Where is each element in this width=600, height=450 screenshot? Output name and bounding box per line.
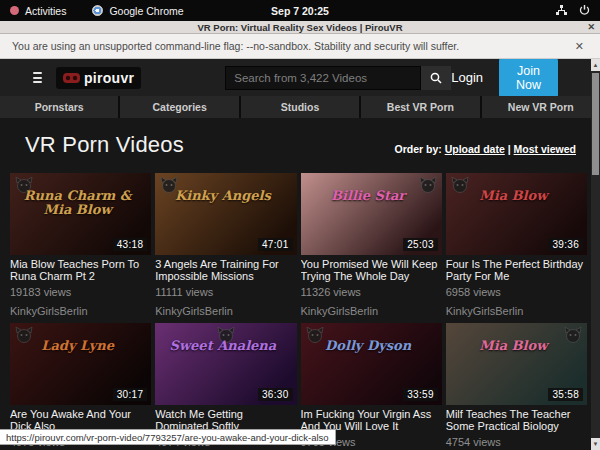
video-card[interactable]: Runa Charm & Mia Blow 43:18 Mia Blow Tea… xyxy=(10,173,151,317)
video-title-link[interactable]: Four Is The Perfect Birthday Party For M… xyxy=(446,258,587,282)
video-title-link[interactable]: Milf Teaches The Teacher Some Practical … xyxy=(446,408,587,432)
video-duration-badge: 33:59 xyxy=(403,388,438,401)
thumbnail-overlay-text: Mia Blow xyxy=(446,339,581,353)
video-thumbnail[interactable]: Sweet Analena 36:30 xyxy=(155,323,296,405)
video-thumbnail[interactable]: Lady Lyne 30:17 xyxy=(10,323,151,405)
video-thumbnail[interactable]: Kinky Angels 47:01 xyxy=(155,173,296,255)
video-views: 11326 views xyxy=(301,286,442,298)
window-close-icon[interactable]: ✕ xyxy=(587,22,595,32)
logo-text: pirouvr xyxy=(84,70,134,86)
order-upload-date-link[interactable]: Upload date xyxy=(445,143,505,155)
video-duration-badge: 25:03 xyxy=(403,238,438,251)
video-studio-link[interactable]: KinkyGirlsBerlin xyxy=(10,305,151,317)
window-titlebar: VR Porn: Virtual Reality Sex Videos | Pi… xyxy=(0,21,600,34)
video-duration-badge: 39:36 xyxy=(548,238,583,251)
warning-close-icon[interactable]: ✕ xyxy=(571,40,588,53)
video-views: 4754 views xyxy=(446,436,587,448)
video-thumbnail[interactable]: Mia Blow 35:58 xyxy=(446,323,587,405)
video-card[interactable]: Mia Blow 39:36 Four Is The Perfect Birth… xyxy=(446,173,587,317)
join-now-button[interactable]: Join Now xyxy=(499,59,558,98)
thumbnail-overlay-text: Mia Blow xyxy=(446,189,581,203)
hamburger-menu-icon[interactable] xyxy=(33,72,42,83)
order-most-viewed-link[interactable]: Most viewed xyxy=(514,143,576,155)
video-duration-badge: 30:17 xyxy=(113,388,148,401)
thumbnail-overlay-text: Sweet Analena xyxy=(155,339,290,353)
scroll-up-arrow-icon[interactable]: ▲ xyxy=(591,59,600,71)
scroll-down-arrow-icon[interactable]: ▼ xyxy=(591,438,600,450)
site-header: pirouvr Login Join Now xyxy=(0,59,600,96)
nav-item[interactable]: Pornstars xyxy=(0,96,118,118)
video-studio-link[interactable]: KinkyGirlsBerlin xyxy=(301,305,442,317)
video-views: 19183 views xyxy=(10,286,151,298)
order-by-controls: Order by: Upload date | Most viewed xyxy=(394,143,576,158)
power-icon[interactable] xyxy=(579,5,590,16)
video-thumbnail[interactable]: Mia Blow 39:36 xyxy=(446,173,587,255)
status-bar-url: https://pirouvr.com/vr-porn-video/779325… xyxy=(0,429,336,445)
nav-item[interactable]: Studios xyxy=(241,96,359,118)
main-nav: PornstarsCategoriesStudiosBest VR PornNe… xyxy=(0,96,600,118)
video-card[interactable]: Kinky Angels 47:01 3 Angels Are Training… xyxy=(155,173,296,317)
nav-item[interactable]: Categories xyxy=(120,96,238,118)
video-title-link[interactable]: 3 Angels Are Training For Impossible Mis… xyxy=(155,258,296,282)
video-duration-badge: 43:18 xyxy=(113,238,148,251)
search-icon xyxy=(430,72,442,84)
video-thumbnail[interactable]: Billie Star 25:03 xyxy=(301,173,442,255)
video-title-link[interactable]: You Promised We Will Keep Trying The Who… xyxy=(301,258,442,282)
nav-item[interactable]: New VR Porn xyxy=(482,96,600,118)
video-grid: Runa Charm & Mia Blow 43:18 Mia Blow Tea… xyxy=(0,158,600,448)
video-thumbnail[interactable]: Runa Charm & Mia Blow 43:18 xyxy=(10,173,151,255)
order-separator: | xyxy=(508,143,511,155)
web-page: pirouvr Login Join Now PornstarsCategori… xyxy=(0,59,600,450)
search-input[interactable] xyxy=(225,66,421,90)
video-studio-link[interactable]: KinkyGirlsBerlin xyxy=(446,305,587,317)
video-thumbnail[interactable]: Dolly Dyson 33:59 xyxy=(301,323,442,405)
window-title: VR Porn: Virtual Reality Sex Videos | Pi… xyxy=(197,22,402,33)
thumbnail-overlay-text: Billie Star xyxy=(301,189,436,203)
video-duration-badge: 35:58 xyxy=(548,388,583,401)
video-views: 6958 views xyxy=(446,286,587,298)
nav-item[interactable]: Best VR Porn xyxy=(361,96,479,118)
site-logo[interactable]: pirouvr xyxy=(56,67,141,89)
network-icon[interactable] xyxy=(556,5,567,16)
video-duration-badge: 36:30 xyxy=(258,388,293,401)
system-top-bar: Activities Google Chrome Sep 7 20:25 xyxy=(0,0,600,21)
thumbnail-overlay-text: Lady Lyne xyxy=(10,339,145,353)
thumbnail-overlay-text: Runa Charm & Mia Blow xyxy=(10,189,145,216)
page-title: VR Porn Videos xyxy=(25,132,184,158)
video-duration-badge: 47:01 xyxy=(258,238,293,251)
chrome-warning-bar: You are using an unsupported command-lin… xyxy=(0,34,600,59)
vr-goggles-icon xyxy=(63,73,80,83)
clock-label[interactable]: Sep 7 20:25 xyxy=(0,5,600,17)
search-bar xyxy=(225,66,451,90)
video-studio-link[interactable]: KinkyGirlsBerlin xyxy=(155,305,296,317)
thumbnail-overlay-text: Kinky Angels xyxy=(155,189,290,203)
scrollbar[interactable]: ▲ ▼ xyxy=(591,59,600,450)
search-button[interactable] xyxy=(421,66,451,90)
thumbnail-overlay-text: Dolly Dyson xyxy=(301,339,436,353)
video-card[interactable]: Billie Star 25:03 You Promised We Will K… xyxy=(301,173,442,317)
order-by-label: Order by: xyxy=(394,143,441,155)
video-card[interactable]: Mia Blow 35:58 Milf Teaches The Teacher … xyxy=(446,323,587,448)
video-title-link[interactable]: Mia Blow Teaches Porn To Runa Charm Pt 2 xyxy=(10,258,151,282)
scrollbar-thumb[interactable] xyxy=(592,73,599,175)
warning-message: You are using an unsupported command-lin… xyxy=(12,40,459,52)
video-views: 11111 views xyxy=(155,286,296,298)
login-link[interactable]: Login xyxy=(451,70,483,85)
